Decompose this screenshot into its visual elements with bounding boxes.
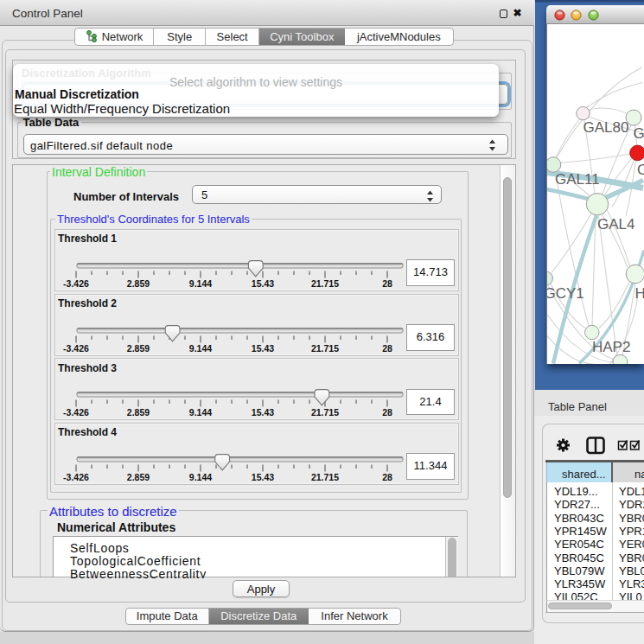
svg-text:21.715: 21.715 xyxy=(311,342,339,353)
svg-text:15.43: 15.43 xyxy=(252,471,274,481)
svg-text:GAL4: GAL4 xyxy=(597,216,634,233)
svg-text:28: 28 xyxy=(382,471,392,481)
svg-text:28: 28 xyxy=(382,407,392,418)
svg-text:H: H xyxy=(635,285,644,302)
svg-text:-3.426: -3.426 xyxy=(63,407,89,418)
svg-text:2.859: 2.859 xyxy=(127,471,150,481)
svg-text:HAP2: HAP2 xyxy=(592,339,630,355)
svg-text:15.43: 15.43 xyxy=(252,407,274,418)
svg-text:2.859: 2.859 xyxy=(127,277,150,288)
svg-text:C: C xyxy=(637,162,644,178)
svg-text:9.144: 9.144 xyxy=(189,471,212,481)
svg-text:9.144: 9.144 xyxy=(189,407,212,418)
svg-text:28: 28 xyxy=(382,342,392,353)
svg-text:GAL80: GAL80 xyxy=(583,119,629,136)
svg-text:9.144: 9.144 xyxy=(189,342,212,353)
svg-text:2.859: 2.859 xyxy=(127,342,150,353)
svg-text:GCY1: GCY1 xyxy=(547,285,584,302)
svg-text:21.715: 21.715 xyxy=(311,277,339,288)
svg-text:21.715: 21.715 xyxy=(311,407,339,418)
svg-text:9.144: 9.144 xyxy=(189,277,212,288)
svg-text:2.859: 2.859 xyxy=(127,407,150,418)
svg-text:15.43: 15.43 xyxy=(252,342,274,353)
svg-text:-3.426: -3.426 xyxy=(63,342,89,353)
svg-text:21.715: 21.715 xyxy=(311,471,339,481)
svg-text:GA: GA xyxy=(634,125,644,142)
svg-text:-3.426: -3.426 xyxy=(63,277,89,288)
svg-text:-3.426: -3.426 xyxy=(63,471,89,481)
svg-text:28: 28 xyxy=(382,277,392,288)
svg-text:15.43: 15.43 xyxy=(252,277,274,288)
svg-text:GAL11: GAL11 xyxy=(555,171,600,188)
